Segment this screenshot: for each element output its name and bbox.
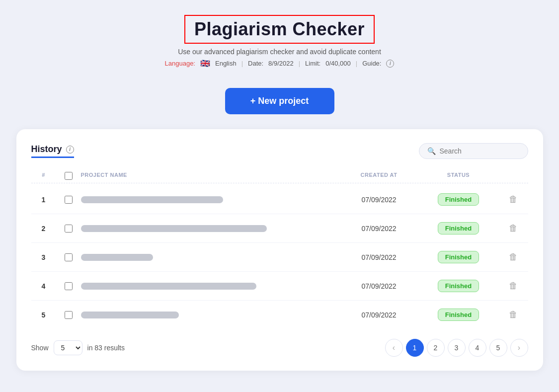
page-4-button[interactable]: 4 <box>469 339 486 357</box>
title-box: Plagiarism Checker <box>184 15 375 44</box>
separator-3: | <box>356 60 357 67</box>
col-header-project-name: PROJECT NAME <box>81 172 339 180</box>
row-date-1: 07/09/2022 <box>339 196 419 204</box>
table-body: 1 07/09/2022 Finished 🗑 2 07/09/2022 <box>31 185 528 329</box>
header-checkbox[interactable] <box>65 172 73 180</box>
row-num-1: 1 <box>31 196 56 204</box>
row-checkbox-4[interactable] <box>65 282 73 290</box>
table-row: 4 07/09/2022 Finished 🗑 <box>31 272 528 301</box>
row-num-2: 2 <box>31 225 56 233</box>
meta-row: Language: 🇬🇧 English | Date: 8/9/2022 | … <box>165 59 395 68</box>
page-subtitle: Use our advanced plagiarism checker and … <box>165 48 395 56</box>
col-header-num: # <box>31 172 56 180</box>
status-badge-5: Finished <box>438 309 479 321</box>
show-label: Show <box>31 344 49 352</box>
col-header-action <box>498 172 528 180</box>
status-badge-2: Finished <box>438 222 479 235</box>
row-action-3: 🗑 <box>498 250 528 264</box>
project-bar-1 <box>81 196 223 203</box>
header-checkbox-cell <box>56 172 81 180</box>
row-date-4: 07/09/2022 <box>339 282 419 290</box>
language-value: English <box>215 60 237 67</box>
show-row: Show 5 10 20 50 in 83 results <box>31 340 125 355</box>
status-badge-3: Finished <box>438 251 479 263</box>
row-status-2: Finished <box>419 222 498 235</box>
card-footer: Show 5 10 20 50 in 83 results ‹ 1 2 3 4 … <box>31 339 528 357</box>
page-5-button[interactable]: 5 <box>489 339 507 357</box>
date-label: Date: <box>248 60 263 67</box>
row-num-3: 3 <box>31 253 56 261</box>
project-name-cell-5[interactable] <box>81 312 339 318</box>
history-info-icon[interactable]: i <box>66 146 74 154</box>
project-name-cell-1[interactable] <box>81 196 339 203</box>
project-name-cell-3[interactable] <box>81 254 339 261</box>
new-project-label: + New project <box>250 96 309 106</box>
project-bar-2 <box>81 225 267 232</box>
row-status-4: Finished <box>419 280 498 292</box>
row-action-2: 🗑 <box>498 221 528 235</box>
row-num-5: 5 <box>31 311 56 319</box>
project-bar-4 <box>81 283 257 290</box>
row-status-1: Finished <box>419 193 498 206</box>
col-header-status: STATUS <box>419 172 498 180</box>
limit-label: Limit: <box>305 60 320 67</box>
col-header-created-at: CREATED AT <box>339 172 419 180</box>
project-name-cell-4[interactable] <box>81 283 339 290</box>
row-action-5: 🗑 <box>498 308 528 322</box>
row-checkbox-cell-2 <box>56 225 81 233</box>
row-checkbox-cell-4 <box>56 282 81 290</box>
row-checkbox-3[interactable] <box>65 253 73 261</box>
row-action-4: 🗑 <box>498 279 528 293</box>
prev-page-button[interactable]: ‹ <box>385 339 403 357</box>
pagination: ‹ 1 2 3 4 5 › <box>385 339 528 357</box>
date-value: 8/9/2022 <box>268 60 294 67</box>
search-input[interactable] <box>440 147 519 155</box>
row-action-1: 🗑 <box>498 192 528 207</box>
delete-button-2[interactable]: 🗑 <box>507 221 520 235</box>
row-checkbox-5[interactable] <box>65 311 73 319</box>
status-badge-1: Finished <box>438 193 479 206</box>
table-row: 3 07/09/2022 Finished 🗑 <box>31 243 528 272</box>
separator-2: | <box>299 60 300 67</box>
guide-info-icon[interactable]: i <box>386 60 394 68</box>
flag-icon: 🇬🇧 <box>200 59 210 68</box>
row-status-5: Finished <box>419 309 498 321</box>
row-checkbox-cell-1 <box>56 196 81 204</box>
card-header: History i 🔍 <box>31 143 528 159</box>
table-header: # PROJECT NAME CREATED AT STATUS <box>31 169 528 183</box>
row-date-2: 07/09/2022 <box>339 225 419 233</box>
row-checkbox-cell-5 <box>56 311 81 319</box>
row-checkbox-2[interactable] <box>65 225 73 233</box>
row-num-4: 4 <box>31 282 56 290</box>
delete-button-1[interactable]: 🗑 <box>507 192 520 207</box>
row-checkbox-cell-3 <box>56 253 81 261</box>
row-checkbox-1[interactable] <box>65 196 73 204</box>
project-name-cell-2[interactable] <box>81 225 339 232</box>
language-label: Language: <box>165 60 195 67</box>
status-badge-4: Finished <box>438 280 479 292</box>
table-row: 2 07/09/2022 Finished 🗑 <box>31 214 528 243</box>
row-date-5: 07/09/2022 <box>339 311 419 319</box>
results-label: in 83 results <box>87 344 125 352</box>
search-icon: 🔍 <box>427 147 436 155</box>
delete-button-4[interactable]: 🗑 <box>507 279 520 293</box>
new-project-button[interactable]: + New project <box>225 88 334 114</box>
project-bar-3 <box>81 254 154 261</box>
delete-button-3[interactable]: 🗑 <box>507 250 520 264</box>
page-header: Plagiarism Checker Use our advanced plag… <box>165 15 395 68</box>
table-row: 5 07/09/2022 Finished 🗑 <box>31 301 528 329</box>
page-3-button[interactable]: 3 <box>448 339 466 357</box>
page-2-button[interactable]: 2 <box>427 339 445 357</box>
next-page-button[interactable]: › <box>510 339 528 357</box>
guide-label: Guide: <box>362 60 381 67</box>
page-1-button[interactable]: 1 <box>406 339 424 357</box>
delete-button-5[interactable]: 🗑 <box>507 308 520 322</box>
search-box[interactable]: 🔍 <box>419 143 528 159</box>
history-card: History i 🔍 # PROJECT NAME CREATED AT ST… <box>16 129 543 371</box>
show-select[interactable]: 5 10 20 50 <box>54 340 82 355</box>
limit-value: 0/40,000 <box>325 60 351 67</box>
history-label: History i <box>31 144 74 158</box>
separator-1: | <box>241 60 243 67</box>
page-title: Plagiarism Checker <box>194 19 365 40</box>
project-bar-5 <box>81 312 179 318</box>
